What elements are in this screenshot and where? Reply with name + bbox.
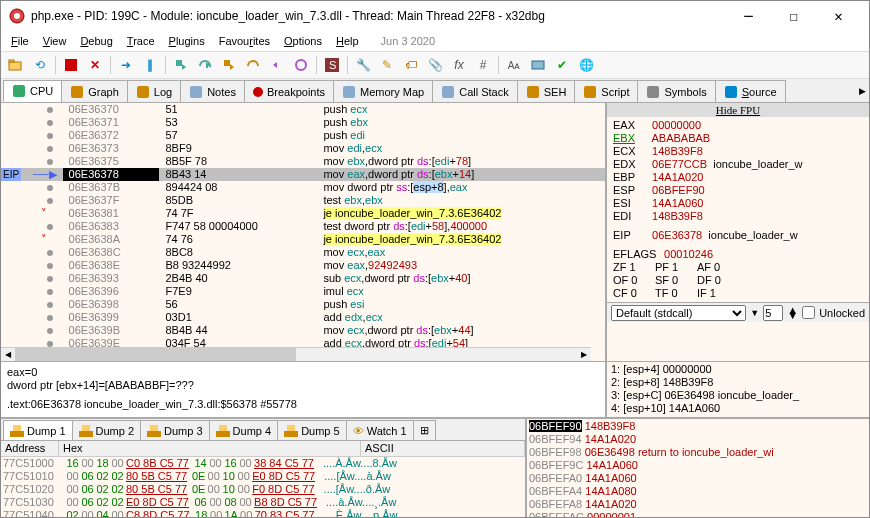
disasm-row[interactable]: EIP──▶06E363788B43 14mov eax,dword ptr d… [1,168,605,181]
comments-icon[interactable]: ✎ [376,54,398,76]
arg-count-input[interactable] [763,305,783,321]
dump-panel[interactable]: Dump 1Dump 2Dump 3Dump 4Dump 5👁Watch 1⊞ … [1,419,527,518]
tabs-scroll-right[interactable]: ▶ [855,80,869,102]
dump-row[interactable]: 77C510200006020280 5B C5 77 0E001000F0 8… [1,483,525,496]
dump-header-hex[interactable]: Hex [59,441,361,456]
disasm-row[interactable]: 06E3637B894424 08mov dword ptr ss:[esp+8… [1,181,605,194]
disasm-row[interactable]: 06E36396F7E9imul ecx [1,285,605,298]
stop-icon[interactable] [60,54,82,76]
dump-tab[interactable]: Dump 4 [209,420,279,440]
open-icon[interactable] [5,54,27,76]
registers-panel[interactable]: Hide FPU EAX 00000000EBX ABABABABECX 148… [607,103,869,361]
svg-rect-27 [284,431,298,437]
minimize-button[interactable]: ─ [726,2,771,30]
dump-header-address[interactable]: Address [1,441,59,456]
run-to-return-icon[interactable] [266,54,288,76]
disassembly-panel[interactable]: 06E3637051push ecx06E3637153push ebx06E3… [1,103,607,361]
functions-icon[interactable]: fx [448,54,470,76]
tab-seh[interactable]: SEH [517,80,576,102]
stack-row[interactable]: 06BFEFA8 14A1A020 [529,498,867,511]
stack-row[interactable]: 06BFEFAC 00000001 [529,511,867,518]
disasm-row[interactable]: 06E3637F85DBtest ebx,ebx [1,194,605,207]
callconv-select[interactable]: Default (stdcall) [611,305,746,321]
calls-icon[interactable] [527,54,549,76]
menu-view[interactable]: View [37,33,73,49]
dump-row[interactable]: 77C510100006020280 5B C5 77 0E001000E0 8… [1,470,525,483]
disasm-row[interactable]: 06E3639856push esi [1,298,605,311]
labels-icon[interactable]: 🏷 [400,54,422,76]
tab-cpu[interactable]: CPU [3,80,62,102]
menu-options[interactable]: Options [278,33,328,49]
disasm-row[interactable]: 06E36383F747 58 00004000test dword ptr d… [1,220,605,233]
strings-icon[interactable]: Aᴀ [503,54,525,76]
globe-icon[interactable]: 🌐 [575,54,597,76]
disasm-row[interactable]: 06E363758B5F 78mov ebx,dword ptr ds:[edi… [1,155,605,168]
svg-point-1 [14,13,20,19]
dump-tab[interactable]: Dump 5 [277,420,347,440]
dump-tab[interactable]: Dump 1 [3,420,73,440]
trace-over-icon[interactable] [242,54,264,76]
tab-symbols[interactable]: Symbols [637,80,715,102]
tab-script[interactable]: Script [574,80,638,102]
maximize-button[interactable]: ☐ [771,2,816,30]
tab-source[interactable]: Source [715,80,786,102]
dump-row[interactable]: 77C5100016001800C0 8B C5 77 1400160038 8… [1,457,525,470]
tab-log[interactable]: Log [127,80,181,102]
disasm-scrollbar[interactable]: ◀▶ [1,347,591,361]
dump-tab[interactable]: 👁Watch 1 [346,420,414,440]
unlocked-checkbox[interactable] [802,306,815,319]
menu-trace[interactable]: Trace [121,33,161,49]
disasm-row[interactable]: 06E3639B8B4B 44mov ecx,dword ptr ds:[ebx… [1,324,605,337]
pause-icon[interactable]: ∥ [139,54,161,76]
tab-graph[interactable]: Graph [61,80,128,102]
hide-fpu-link[interactable]: Hide FPU [607,103,869,117]
close-button[interactable]: ✕ [816,2,861,30]
arg-count-spinner[interactable]: ▲▼ [787,308,798,318]
stack-row[interactable]: 06BFEFA0 14A1A060 [529,472,867,485]
stack-row[interactable]: 06BFEF9C 14A1A060 [529,459,867,472]
menu-favourites[interactable]: Favourites [213,33,276,49]
scylla-icon[interactable]: S [321,54,343,76]
step-over-icon[interactable] [194,54,216,76]
check-icon[interactable]: ✔ [551,54,573,76]
stack-row[interactable]: 06BFEF94 14A1A020 [529,433,867,446]
stack-row[interactable]: 06BFEF98 06E36498 return to ioncube_load… [529,446,867,459]
disasm-row[interactable]: 06E3638C8BC8mov ecx,eax [1,246,605,259]
tab-memory-map[interactable]: Memory Map [333,80,433,102]
tab-notes[interactable]: Notes [180,80,245,102]
tab-breakpoints[interactable]: Breakpoints [244,80,334,102]
restart-icon[interactable]: ⟲ [29,54,51,76]
disasm-row[interactable]: 06E3639903D1add edx,ecx [1,311,605,324]
disasm-row[interactable]: 06E3637153push ebx [1,116,605,129]
disasm-row[interactable]: 06E3637051push ecx [1,103,605,116]
bookmarks-icon[interactable]: 📎 [424,54,446,76]
dump-tab[interactable]: Dump 3 [140,420,210,440]
stack-row[interactable]: 06BFEF90 148B39F8 [529,420,867,433]
menu-file[interactable]: File [5,33,35,49]
tab-call-stack[interactable]: Call Stack [432,80,518,102]
stack-row[interactable]: 06BFEFA4 14A1A080 [529,485,867,498]
dump-row[interactable]: 77C5103000060202E0 8D C5 77 06000800B8 8… [1,496,525,509]
dump-header-ascii[interactable]: ASCII [361,441,525,456]
disasm-row[interactable]: 06E363932B4B 40sub ecx,dword ptr ds:[ebx… [1,272,605,285]
patches-icon[interactable]: 🔧 [352,54,374,76]
variables-icon[interactable]: # [472,54,494,76]
close-debug-icon[interactable]: ✕ [84,54,106,76]
disasm-row[interactable]: 06E3637257push edi [1,129,605,142]
step-into-icon[interactable] [170,54,192,76]
menu-debug[interactable]: Debug [74,33,118,49]
dump-tab[interactable]: Dump 2 [72,420,142,440]
menu-plugins[interactable]: Plugins [163,33,211,49]
disasm-row[interactable]: ˅06E3638174 7Fje ioncube_loader_win_7.3.… [1,207,605,220]
disasm-row[interactable]: 06E363738BF9mov edi,ecx [1,142,605,155]
dump-tab[interactable]: ⊞ [413,420,436,440]
dump-row[interactable]: 77C5104002000400C8 8D C5 77 18001A0070 8… [1,509,525,518]
menu-help[interactable]: Help [330,33,365,49]
disasm-row[interactable]: 06E3638EB8 93244992mov eax,92492493 [1,259,605,272]
disasm-row[interactable]: ˅06E3638A74 76je ioncube_loader_win_7.3.… [1,233,605,246]
arg-row: 4: [esp+10] 14A1A060 [611,402,865,415]
trace-into-icon[interactable] [218,54,240,76]
run-icon[interactable]: ➜ [115,54,137,76]
stack-panel[interactable]: 06BFEF90 148B39F806BFEF94 14A1A02006BFEF… [527,419,869,518]
run-to-user-icon[interactable] [290,54,312,76]
